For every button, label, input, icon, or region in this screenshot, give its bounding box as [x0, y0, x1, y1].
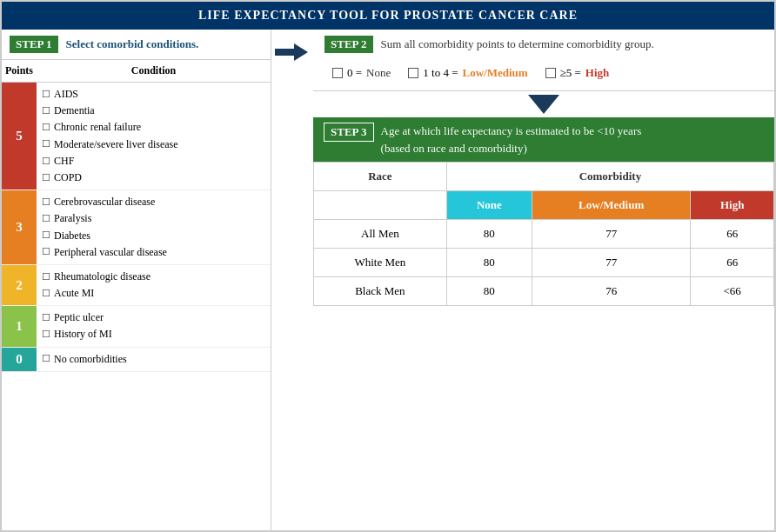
step1-to-step2-arrow: [271, 30, 313, 530]
step3-section: STEP 3 Age at which life expectancy is e…: [313, 117, 774, 530]
list-item: ☐Moderate/severe liver disease: [42, 136, 265, 153]
condition-row-3: 3 ☐Cerebrovascular disease ☐Paralysis ☐D…: [2, 190, 271, 265]
list-item: ☐Chronic renal failure: [42, 119, 265, 136]
conditions-3: ☐Cerebrovascular disease ☐Paralysis ☐Dia…: [37, 190, 271, 264]
down-arrow-container: [313, 91, 774, 117]
step2-label: Sum all comorbidity points to determine …: [381, 37, 654, 51]
allmen-lowmed: 77: [532, 220, 690, 249]
list-item: ☐AIDS: [42, 86, 265, 103]
checkbox-icon: ☐: [42, 244, 50, 260]
table-row: White Men 80 77 66: [314, 249, 774, 277]
list-item: ☐CHF: [42, 153, 265, 170]
point-cell-1: 1: [2, 306, 37, 346]
results-table: Race Comorbidity None Low/Medium High: [313, 162, 774, 306]
checkbox-icon: ☐: [42, 351, 50, 367]
main-content: STEP 1 Select comorbid conditions. Point…: [2, 30, 774, 530]
list-item: ☐Rheumatologic disease: [42, 269, 265, 285]
point-cell-2: 2: [2, 265, 37, 305]
checkbox-icon: ☐: [42, 211, 50, 227]
table-row: All Men 80 77 66: [314, 220, 774, 249]
comorbidity-options: 0 = None 1 to 4 = Low/Medium ≥5 = High: [324, 61, 764, 85]
points-col-header: Points: [2, 63, 37, 79]
allmen-none: 80: [446, 220, 532, 249]
blackmen-high: <66: [691, 277, 774, 306]
list-item: ☐No comorbidities: [42, 351, 265, 368]
list-item: ☐Peptic ulcer: [42, 309, 265, 326]
blackmen-none: 80: [446, 277, 532, 306]
checkbox-icon: ☐: [42, 310, 50, 326]
condition-row-0: 0 ☐No comorbidities: [2, 348, 271, 372]
checkbox-icon: ☐: [42, 136, 50, 152]
checkbox-icon: ☐: [42, 286, 50, 302]
checkbox-none: [332, 68, 343, 78]
list-item: ☐Acute MI: [42, 285, 265, 302]
checkbox-high: [545, 68, 556, 78]
high-label: High: [585, 66, 609, 80]
conditions-2: ☐Rheumatologic disease ☐Acute MI: [37, 265, 271, 305]
col-high-header: High: [691, 191, 774, 220]
col-none-header: None: [446, 191, 532, 220]
list-item: ☐History of MI: [42, 326, 265, 342]
list-item: ☐Cerebrovascular disease: [42, 194, 265, 210]
option-lowmed: 1 to 4 = Low/Medium: [408, 66, 527, 80]
table-area: Race Comorbidity None Low/Medium High: [313, 162, 774, 530]
app-container: LIFE EXPECTANCY TOOL FOR PROSTATE CANCER…: [0, 0, 776, 532]
point-cell-5: 5: [2, 83, 37, 190]
none-label: None: [366, 66, 391, 80]
down-arrow-icon: [528, 95, 559, 114]
condition-row-2: 2 ☐Rheumatologic disease ☐Acute MI: [2, 265, 271, 306]
step2-badge: STEP 2: [324, 35, 374, 54]
step2-section: STEP 2 Sum all comorbidity points to det…: [313, 30, 774, 91]
lowmed-label: Low/Medium: [462, 66, 527, 80]
left-panel: STEP 1 Select comorbid conditions. Point…: [2, 30, 271, 530]
option-none: 0 = None: [332, 66, 391, 80]
point-cell-3: 3: [2, 190, 37, 264]
checkbox-icon: ☐: [42, 269, 50, 285]
option-high: ≥5 = High: [545, 66, 610, 80]
checkbox-icon: ☐: [42, 195, 50, 210]
conditions-5: ☐AIDS ☐Dementia ☐Chronic renal failure ☐…: [37, 83, 271, 190]
checkbox-lowmed: [408, 68, 418, 78]
conditions-1: ☐Peptic ulcer ☐History of MI: [37, 306, 271, 346]
page-header: LIFE EXPECTANCY TOOL FOR PROSTATE CANCER…: [2, 2, 774, 30]
list-item: ☐Diabetes: [42, 228, 265, 244]
list-item: ☐Dementia: [42, 103, 265, 119]
step2-header: STEP 2 Sum all comorbidity points to det…: [324, 35, 764, 54]
whitemen-high: 66: [691, 249, 774, 277]
allmen-high: 66: [691, 220, 774, 249]
race-allmen: All Men: [314, 220, 447, 249]
condition-col-header: Condition: [37, 63, 271, 79]
step3-header: STEP 3 Age at which life expectancy is e…: [313, 117, 774, 162]
whitemen-lowmed: 77: [532, 249, 690, 277]
comorbidity-header: Comorbidity: [446, 163, 773, 191]
right-arrow-icon: [275, 40, 310, 64]
table-row: Black Men 80 76 <66: [314, 277, 774, 306]
race-col-blank: [314, 191, 447, 220]
blackmen-lowmed: 76: [532, 277, 690, 306]
right-panel: STEP 2 Sum all comorbidity points to det…: [313, 30, 774, 530]
page-title: LIFE EXPECTANCY TOOL FOR PROSTATE CANCER…: [198, 9, 578, 22]
conditions-0: ☐No comorbidities: [37, 348, 271, 371]
table-header: Points Condition: [2, 60, 271, 83]
conditions-list: 5 ☐AIDS ☐Dementia ☐Chronic renal failure…: [2, 83, 271, 530]
checkbox-icon: ☐: [42, 154, 50, 170]
list-item: ☐Paralysis: [42, 210, 265, 227]
whitemen-none: 80: [446, 249, 532, 277]
step3-badge: STEP 3: [324, 123, 374, 142]
checkbox-icon: ☐: [42, 103, 50, 119]
race-header: Race: [314, 163, 447, 191]
checkbox-icon: ☐: [42, 228, 50, 243]
step1-header: STEP 1 Select comorbid conditions.: [2, 30, 271, 60]
checkbox-icon: ☐: [42, 120, 50, 136]
list-item: ☐Peripheral vascular disease: [42, 244, 265, 261]
checkbox-icon: ☐: [42, 170, 50, 186]
step1-label: Select comorbid conditions.: [66, 37, 199, 51]
race-blackmen: Black Men: [314, 277, 447, 306]
condition-row-5: 5 ☐AIDS ☐Dementia ☐Chronic renal failure…: [2, 83, 271, 190]
col-lowmed-header: Low/Medium: [532, 191, 690, 220]
point-cell-0: 0: [2, 348, 37, 371]
step3-label: Age at which life expectancy is estimate…: [381, 123, 642, 140]
step1-badge: STEP 1: [9, 35, 59, 54]
condition-row-1: 1 ☐Peptic ulcer ☐History of MI: [2, 306, 271, 347]
race-whitemen: White Men: [314, 249, 447, 277]
